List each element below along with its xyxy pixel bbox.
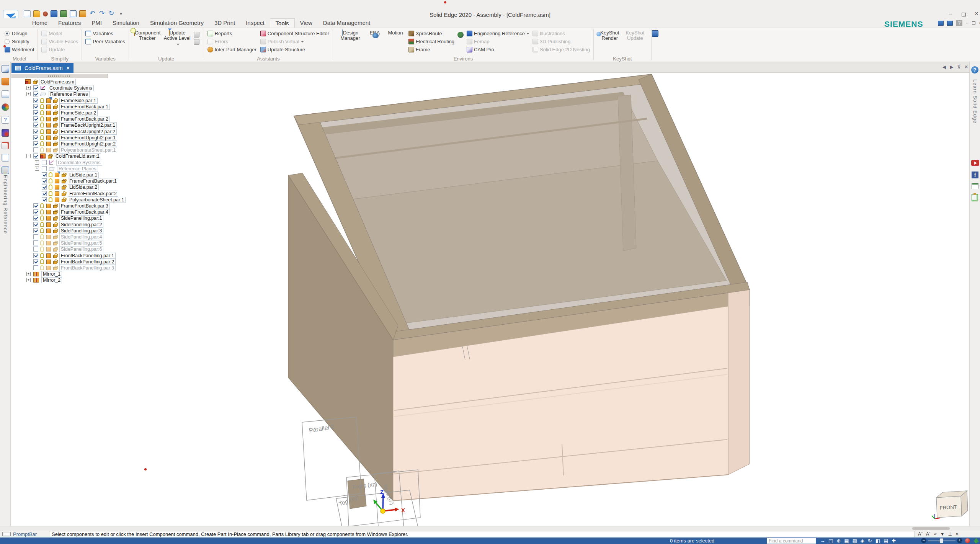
- visibility-checkbox[interactable]: [42, 197, 47, 202]
- electrical-routing-button[interactable]: Electrical Routing: [408, 38, 454, 46]
- close-icon[interactable]: ×: [956, 531, 958, 537]
- visible-faces-button[interactable]: Visible Faces: [41, 38, 78, 46]
- cascade-windows-icon[interactable]: [938, 21, 944, 26]
- graphics-viewport[interactable]: Parallel 2 Front (xz) Top (xy) Right (yz…: [0, 73, 980, 526]
- era-button[interactable]: ERA: [367, 29, 382, 56]
- tree-item-label[interactable]: SidePanelling.par:1: [59, 215, 103, 221]
- tab-view[interactable]: View: [295, 18, 318, 28]
- tab-pmi[interactable]: PMI: [86, 18, 107, 28]
- tree-item-label[interactable]: Coordinate Systems: [48, 85, 94, 91]
- tree-item-label[interactable]: SidePanelling.par:6: [59, 246, 103, 252]
- peer-variables-button[interactable]: Peer Variables: [85, 38, 125, 46]
- visibility-checkbox[interactable]: [33, 209, 38, 214]
- tile-windows-icon[interactable]: [947, 21, 953, 26]
- visibility-checkbox[interactable]: [33, 253, 38, 258]
- font-decrease-icon[interactable]: Aˇ: [926, 531, 931, 537]
- expander-icon[interactable]: −: [26, 154, 31, 158]
- scroll-tabs-left-icon[interactable]: ◀: [942, 64, 946, 70]
- youtube-icon[interactable]: [971, 160, 979, 166]
- level-up-icon[interactable]: [973, 538, 979, 542]
- update-active-level-button[interactable]: Update Active Level: [162, 29, 192, 56]
- expander-icon[interactable]: +: [35, 160, 39, 165]
- help-circle-icon[interactable]: ?: [971, 66, 978, 74]
- tab-simulation[interactable]: Simulation: [107, 18, 145, 28]
- close-panel-icon[interactable]: ✕: [964, 64, 968, 70]
- render-sphere-icon[interactable]: [965, 538, 970, 543]
- zoom-in-button[interactable]: +: [957, 538, 962, 543]
- parts-library-icon[interactable]: [2, 78, 9, 85]
- checklist-icon[interactable]: [972, 194, 978, 201]
- tree-item-label[interactable]: LidSide.par:1: [68, 172, 99, 178]
- visibility-checkbox[interactable]: [42, 172, 47, 177]
- visibility-checkbox[interactable]: [33, 247, 38, 252]
- tree-item-label[interactable]: Mirror_1: [41, 271, 62, 277]
- image-gallery-icon[interactable]: [2, 90, 9, 98]
- simplify-radio[interactable]: Simplify: [5, 38, 34, 46]
- font-increase-icon[interactable]: Aˆ: [918, 531, 923, 537]
- facebook-icon[interactable]: f: [972, 172, 978, 178]
- errors-button[interactable]: Errors: [207, 38, 256, 46]
- tree-item-label[interactable]: ColdFrame.asm: [39, 79, 76, 85]
- help-folder-icon[interactable]: ?: [2, 116, 9, 124]
- reports-button[interactable]: Reports: [207, 29, 256, 38]
- tree-item-label[interactable]: FrontBackPanelling.par:3: [59, 265, 116, 271]
- visibility-checkbox[interactable]: [33, 147, 38, 152]
- view-styles-icon[interactable]: ◈: [861, 538, 864, 544]
- window-close-button[interactable]: ×: [971, 10, 980, 18]
- visibility-checkbox[interactable]: [33, 234, 38, 239]
- tree-item-label[interactable]: FrameFrontBack.par:2: [59, 116, 110, 122]
- render-settings-icon[interactable]: [652, 30, 658, 37]
- visibility-checkbox[interactable]: [42, 185, 47, 190]
- view-cube[interactable]: FRONT: [932, 491, 968, 519]
- expander-icon[interactable]: +: [26, 272, 31, 276]
- tree-item-label[interactable]: FrameFrontBack.par:4: [59, 209, 110, 215]
- undo-icon[interactable]: ↶: [89, 10, 96, 17]
- save-icon[interactable]: [51, 10, 57, 17]
- variables-button[interactable]: Variables: [85, 29, 125, 38]
- property-manager-icon[interactable]: [70, 10, 77, 17]
- tab-simulation-geometry[interactable]: Simulation Geometry: [145, 18, 209, 28]
- tree-item-label[interactable]: SidePanelling.par:2: [59, 222, 103, 228]
- visibility-checkbox[interactable]: [33, 98, 38, 103]
- visibility-checkbox[interactable]: [33, 154, 38, 158]
- window-restore-button[interactable]: [958, 10, 969, 18]
- pin-panel-icon[interactable]: ⊼: [957, 64, 960, 70]
- visibility-checkbox[interactable]: [33, 265, 38, 270]
- component-tracker-button[interactable]: Component Tracker: [132, 29, 162, 56]
- open-icon[interactable]: [33, 10, 40, 17]
- update-structure-button[interactable]: Update Structure: [260, 46, 329, 54]
- pin-icon[interactable]: ⊥: [948, 531, 952, 537]
- component-structure-editor-button[interactable]: Component Structure Editor: [260, 29, 329, 38]
- tree-item-label[interactable]: FrameBackUpright2.par:1: [59, 122, 117, 128]
- tree-item-label[interactable]: FrontBackPanelling.par:1: [59, 253, 116, 259]
- view-overrides-icon[interactable]: ▤: [884, 538, 888, 544]
- visibility-checkbox[interactable]: [33, 216, 38, 221]
- select-grid-icon[interactable]: ✚: [892, 538, 896, 544]
- engineering-reference-tab[interactable]: Engineering Reference: [3, 175, 8, 234]
- expander-icon[interactable]: +: [26, 92, 31, 96]
- tree-item-label[interactable]: FrameBackUpright2.par:2: [59, 129, 117, 135]
- tree-item-label[interactable]: Reference Planes: [49, 91, 90, 97]
- tree-item-label[interactable]: FrameFrontUpright2.par:2: [59, 141, 117, 147]
- publish-virtual-button[interactable]: Publish Virtual: [260, 38, 329, 46]
- zoom-out-button[interactable]: −: [921, 538, 926, 543]
- environs-extra-icon[interactable]: [457, 32, 464, 38]
- shaded-view-icon[interactable]: ▧: [853, 538, 857, 544]
- pin-document-icon[interactable]: [43, 11, 48, 16]
- rotate-icon[interactable]: ↻: [868, 538, 872, 544]
- tree-item-label[interactable]: PolycarbonateSheet.par:1: [68, 197, 126, 203]
- collapse-icon[interactable]: «: [934, 531, 937, 537]
- simplify-update-button[interactable]: Update: [41, 46, 78, 54]
- tree-item-label[interactable]: LidSide.par:2: [68, 184, 99, 190]
- femap-button[interactable]: Femap: [467, 38, 529, 46]
- panel-drag-handle[interactable]: [11, 74, 108, 78]
- tree-item-label[interactable]: SidePanelling.par:4: [59, 234, 103, 240]
- update-all-icon[interactable]: [194, 32, 199, 38]
- find-command-input[interactable]: [767, 538, 816, 544]
- rendering-icon[interactable]: [2, 129, 9, 137]
- document-tab[interactable]: ColdFrame.asm ×: [11, 63, 74, 73]
- visibility-checkbox[interactable]: [33, 203, 38, 208]
- tree-item-label[interactable]: SidePanelling.par:5: [59, 240, 103, 246]
- tree-item-label[interactable]: FrameFrontBack.par:1: [59, 104, 110, 110]
- visibility-checkbox[interactable]: [33, 129, 38, 134]
